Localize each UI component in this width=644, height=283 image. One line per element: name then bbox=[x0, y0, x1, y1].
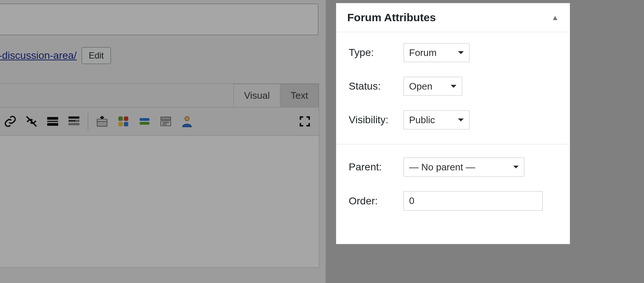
permalink-row: l-discussion-area/ Edit bbox=[0, 47, 111, 64]
label-status: Status: bbox=[349, 80, 404, 92]
select-visibility[interactable]: Public bbox=[404, 110, 469, 129]
svg-rect-2 bbox=[47, 121, 58, 122]
select-type[interactable]: Forum bbox=[404, 43, 469, 62]
field-row-parent: Parent: — No parent — bbox=[349, 158, 557, 177]
metabox-body: Type: Forum Status: Open Visibility: Pub… bbox=[336, 32, 570, 222]
editor-content-area[interactable] bbox=[0, 136, 319, 267]
toolbar-toggle-icon[interactable] bbox=[67, 114, 81, 129]
permalink-link[interactable]: l-discussion-area/ bbox=[0, 50, 76, 61]
fullscreen-icon[interactable] bbox=[297, 114, 312, 129]
svg-rect-12 bbox=[119, 117, 123, 121]
editor-container: Visual Text bbox=[0, 83, 319, 268]
toolbar-divider bbox=[88, 113, 88, 130]
svg-point-22 bbox=[185, 117, 189, 121]
select-parent[interactable]: — No parent — bbox=[404, 158, 524, 177]
input-order[interactable] bbox=[404, 191, 543, 211]
svg-rect-3 bbox=[47, 123, 58, 126]
field-row-visibility: Visibility: Public bbox=[349, 110, 557, 129]
svg-rect-16 bbox=[140, 118, 150, 121]
metabox-header[interactable]: Forum Attributes ▲ bbox=[336, 3, 570, 32]
forum-attributes-metabox: Forum Attributes ▲ Type: Forum Status: O… bbox=[336, 3, 570, 244]
svg-rect-1 bbox=[47, 117, 58, 120]
label-visibility: Visibility: bbox=[349, 114, 404, 126]
user-icon[interactable] bbox=[180, 114, 194, 129]
svg-rect-18 bbox=[161, 117, 171, 120]
svg-rect-21 bbox=[162, 124, 167, 125]
svg-rect-4 bbox=[68, 117, 79, 119]
blocks-icon[interactable] bbox=[116, 114, 131, 129]
archive-icon[interactable] bbox=[95, 114, 109, 129]
svg-rect-13 bbox=[124, 117, 128, 121]
svg-rect-19 bbox=[161, 121, 171, 126]
label-order: Order: bbox=[349, 195, 404, 207]
unlink-icon[interactable] bbox=[24, 114, 39, 129]
svg-rect-11 bbox=[97, 119, 107, 121]
post-title-input[interactable] bbox=[0, 4, 318, 35]
collapse-icon[interactable]: ▲ bbox=[551, 14, 559, 22]
editor-tabs: Visual Text bbox=[0, 84, 319, 107]
field-row-type: Type: Forum bbox=[349, 43, 557, 62]
heading-box-icon[interactable] bbox=[158, 114, 173, 129]
select-status[interactable]: Open bbox=[404, 77, 462, 96]
permalink-edit-button[interactable]: Edit bbox=[82, 47, 111, 64]
svg-rect-9 bbox=[74, 120, 75, 121]
editor-left-pane: l-discussion-area/ Edit Visual Text bbox=[0, 0, 326, 283]
link-icon[interactable] bbox=[3, 114, 18, 129]
svg-rect-14 bbox=[119, 122, 123, 127]
tab-visual[interactable]: Visual bbox=[233, 84, 280, 107]
svg-rect-15 bbox=[124, 122, 128, 127]
editor-toolbar bbox=[0, 107, 319, 136]
tab-text[interactable]: Text bbox=[280, 84, 319, 107]
button-icon[interactable] bbox=[137, 114, 152, 129]
svg-rect-6 bbox=[68, 123, 79, 125]
field-row-status: Status: Open bbox=[349, 77, 557, 96]
field-row-order: Order: bbox=[349, 191, 557, 211]
svg-rect-8 bbox=[71, 120, 73, 121]
svg-rect-17 bbox=[140, 122, 150, 125]
svg-rect-7 bbox=[69, 120, 71, 121]
svg-rect-20 bbox=[162, 122, 169, 123]
label-type: Type: bbox=[349, 47, 404, 59]
label-parent: Parent: bbox=[349, 161, 404, 173]
read-more-icon[interactable] bbox=[45, 114, 60, 129]
section-divider bbox=[336, 144, 570, 144]
metabox-title: Forum Attributes bbox=[347, 11, 436, 24]
